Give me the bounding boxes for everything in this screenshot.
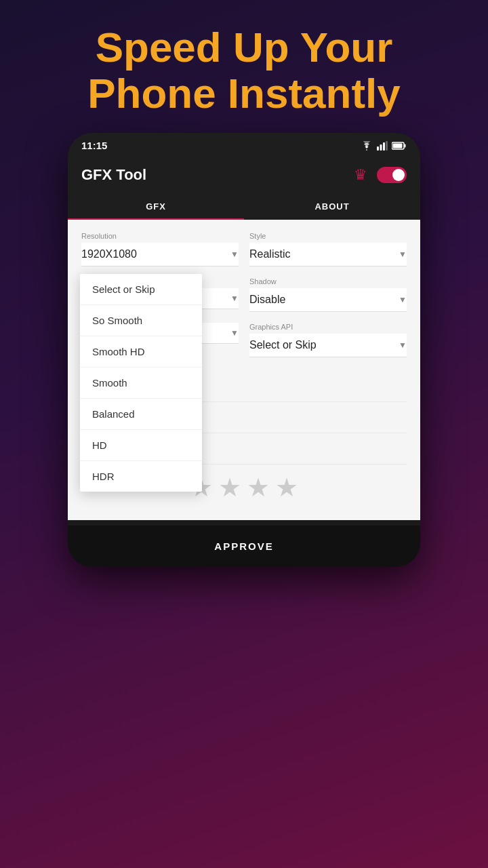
svg-rect-2 <box>383 142 385 151</box>
style-group: Style Realistic ▼ <box>249 232 407 267</box>
battery-icon <box>392 142 407 150</box>
style-label: Style <box>249 232 407 240</box>
svg-rect-0 <box>377 146 379 151</box>
form-row-1: Resolution 1920X1080 ▼ Style Realistic ▼ <box>81 232 407 267</box>
app-title: GFX Tool <box>81 166 146 184</box>
style-select[interactable]: Realistic ▼ <box>249 243 407 267</box>
graphicsapi-group: Graphics API Select or Skip ▼ <box>249 323 407 357</box>
dropdown-item-0[interactable]: Select or Skip <box>80 274 202 305</box>
graphicsapi-select[interactable]: Select or Skip ▼ <box>249 334 407 357</box>
shadow-value: Disable <box>249 294 285 306</box>
toggle-thumb <box>392 169 405 181</box>
tab-about[interactable]: ABOUT <box>244 193 420 220</box>
dropdown-item-3[interactable]: Smooth <box>80 368 202 399</box>
dropdown-item-6[interactable]: HDR <box>80 461 202 492</box>
toggle-switch[interactable] <box>377 167 407 183</box>
svg-rect-1 <box>380 144 382 151</box>
shadow-select[interactable]: Disable ▼ <box>249 288 407 312</box>
resolution-value: 1920X1080 <box>81 248 137 260</box>
phone-frame: 11:15 GFX Tool <box>68 133 420 567</box>
dropdown-item-1[interactable]: So Smooth <box>80 305 202 336</box>
app-header: GFX Tool ♛ <box>68 158 420 193</box>
shadow-group: Shadow Disable ▼ <box>249 277 407 312</box>
shadow-arrow: ▼ <box>399 295 407 304</box>
resolution-select[interactable]: 1920X1080 ▼ <box>81 243 239 267</box>
svg-rect-3 <box>386 141 388 151</box>
star-3[interactable]: ★ <box>247 473 270 502</box>
status-time: 11:15 <box>81 140 107 151</box>
dropdown-item-4[interactable]: Balanced <box>80 399 202 430</box>
resolution-group: Resolution 1920X1080 ▼ <box>81 232 239 267</box>
style-arrow: ▼ <box>399 250 407 259</box>
wifi-icon <box>361 141 373 151</box>
graphicsapi-value: Select or Skip <box>249 339 317 351</box>
resolution-label: Resolution <box>81 232 239 240</box>
resolution-arrow: ▼ <box>230 250 239 259</box>
tab-gfx[interactable]: GFX <box>68 193 244 220</box>
graphicsapi-arrow: ▼ <box>399 340 407 350</box>
dropdown-item-5[interactable]: HD <box>80 430 202 461</box>
status-icons <box>361 141 407 151</box>
header-icons: ♛ <box>354 166 407 184</box>
svg-rect-5 <box>405 144 406 147</box>
dropdown-item-2[interactable]: Smooth HD <box>80 336 202 368</box>
fps-arrow: ▼ <box>230 328 239 338</box>
graphics-arrow: ▼ <box>230 294 239 303</box>
approve-bar: APPROVE <box>68 526 420 567</box>
star-4[interactable]: ★ <box>275 473 298 502</box>
graphics-dropdown: Select or Skip So Smooth Smooth HD Smoot… <box>80 274 202 492</box>
graphicsapi-label: Graphics API <box>249 323 407 331</box>
svg-rect-6 <box>393 143 403 148</box>
star-2[interactable]: ★ <box>218 473 241 502</box>
style-value: Realistic <box>249 248 290 260</box>
approve-button[interactable]: APPROVE <box>68 526 420 567</box>
crown-icon: ♛ <box>354 166 367 184</box>
app-content: Resolution 1920X1080 ▼ Style Realistic ▼… <box>68 220 420 520</box>
shadow-label: Shadow <box>249 277 407 285</box>
status-bar: 11:15 <box>68 133 420 158</box>
hero-title: Speed Up Your Phone Instantly <box>0 0 488 133</box>
tabs-bar: GFX ABOUT <box>68 193 420 220</box>
signal-icon <box>377 141 388 151</box>
